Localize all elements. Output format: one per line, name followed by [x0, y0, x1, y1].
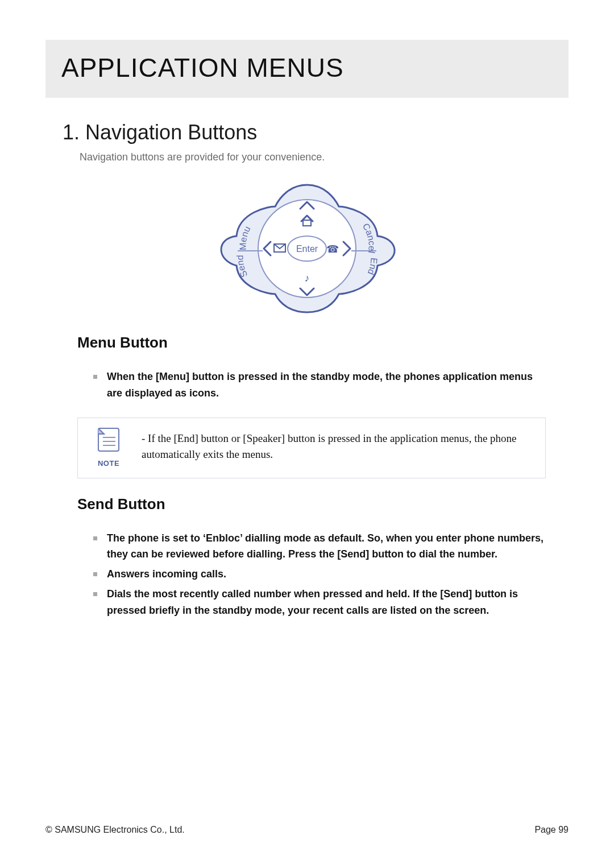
chapter-title: APPLICATION MENUS	[61, 52, 553, 83]
section-intro: Navigation buttons are provided for your…	[80, 151, 569, 163]
send-button-bullets: The phone is set to ‘Enbloc’ dialling mo…	[91, 530, 546, 619]
phone-icon: ☎	[326, 243, 339, 255]
list-item: Answers incoming calls.	[91, 566, 546, 582]
section-heading: 1. Navigation Buttons	[63, 121, 569, 144]
note-icon	[93, 426, 125, 454]
music-note-icon: ♪	[305, 272, 310, 284]
note-box: NOTE - If the [End] button or [Speaker] …	[77, 418, 546, 478]
navpad-svg: Enter ♪ ☎	[205, 180, 409, 317]
list-item: The phone is set to ‘Enbloc’ dialling mo…	[91, 530, 546, 563]
note-label: NOTE	[88, 459, 129, 468]
send-button-heading: Send Button	[77, 495, 569, 513]
list-item: When the [Menu] button is pressed in the…	[91, 369, 546, 402]
page-footer: © SAMSUNG Electronics Co., Ltd. Page 99	[45, 825, 569, 835]
section-title: Navigation Buttons	[85, 121, 257, 144]
navpad-center-label: Enter	[296, 244, 318, 254]
section-number: 1.	[63, 121, 80, 144]
note-text: - If the [End] button or [Speaker] butto…	[142, 431, 535, 463]
page: APPLICATION MENUS 1. Navigation Buttons …	[0, 0, 614, 868]
note-icon-column: NOTE	[88, 426, 129, 468]
menu-button-heading: Menu Button	[77, 334, 569, 352]
menu-button-bullets: When the [Menu] button is pressed in the…	[91, 369, 546, 402]
list-item: Dials the most recently called number wh…	[91, 586, 546, 619]
chapter-title-block: APPLICATION MENUS	[45, 40, 569, 98]
footer-page: Page 99	[534, 825, 569, 835]
navpad-illustration: Enter ♪ ☎	[45, 180, 569, 317]
footer-copyright: © SAMSUNG Electronics Co., Ltd.	[45, 825, 185, 835]
